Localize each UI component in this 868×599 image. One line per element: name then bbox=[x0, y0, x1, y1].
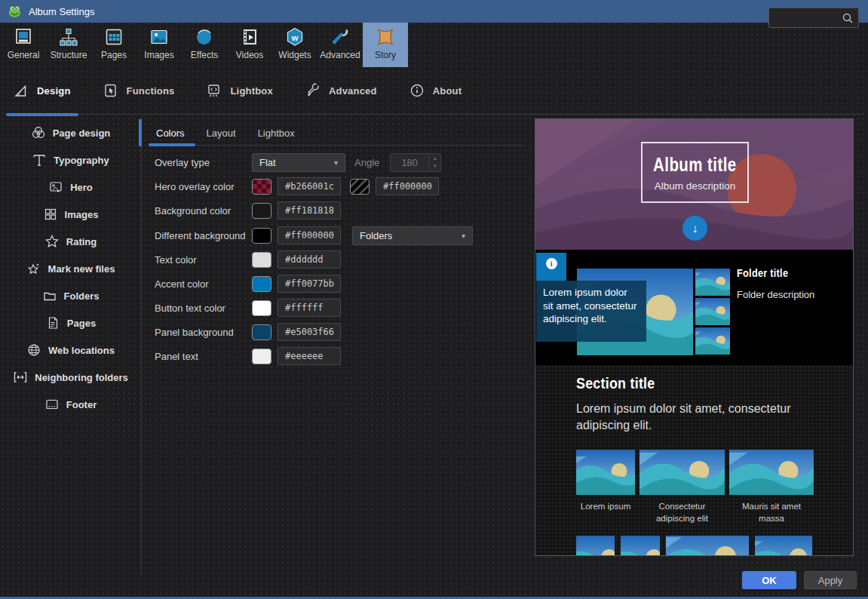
thumbnail-image[interactable] bbox=[621, 536, 660, 556]
images-icon bbox=[149, 26, 170, 48]
thumbnail-caption: Consectetur adipiscing elit bbox=[639, 501, 725, 524]
widgets-icon: w bbox=[284, 26, 305, 48]
hero-icon bbox=[48, 180, 63, 195]
tab-advanced[interactable]: Advanced bbox=[305, 83, 377, 98]
hero-overlay-color2-field[interactable] bbox=[376, 177, 439, 195]
background-color-field[interactable] bbox=[278, 201, 341, 220]
tab-design[interactable]: Design bbox=[14, 83, 71, 98]
main-toolbar: General Structure Pages bbox=[0, 23, 868, 67]
thumbnail-image bbox=[639, 450, 725, 495]
row-accent-color: Accent color bbox=[155, 274, 350, 293]
hero-overlay-color-swatch[interactable] bbox=[252, 179, 271, 195]
sidebar-item-rating[interactable]: Rating bbox=[0, 228, 141, 255]
toolbar-item-advanced[interactable]: Advanced bbox=[317, 23, 363, 67]
preview-section: Section title Lorem ipsum dolor sit amet… bbox=[535, 365, 853, 556]
toolbar-item-general[interactable]: General bbox=[1, 23, 46, 67]
accent-color-field[interactable] bbox=[278, 275, 341, 293]
toolbar-item-story[interactable]: Story bbox=[363, 23, 408, 67]
panel-text-field[interactable] bbox=[278, 347, 341, 365]
general-icon bbox=[13, 26, 34, 48]
page-design-icon bbox=[31, 125, 46, 140]
panel-background-field[interactable] bbox=[278, 323, 341, 341]
active-tab-indicator bbox=[6, 113, 78, 116]
videos-icon bbox=[239, 26, 260, 48]
ok-button[interactable]: OK bbox=[742, 571, 796, 589]
folder-small-thumbnail bbox=[695, 298, 730, 325]
row-overlay-type: Overlay type Flat ▾ Angle 180 ▲ ▼ bbox=[155, 152, 441, 172]
row-hero-overlay-color: Hero overlay color bbox=[155, 177, 448, 196]
accent-color-swatch[interactable] bbox=[252, 276, 271, 292]
formtab-colors[interactable]: Colors bbox=[156, 125, 185, 145]
sidebar-item-images[interactable]: Images bbox=[0, 201, 141, 228]
apply-button[interactable]: Apply bbox=[804, 571, 857, 589]
spin-up-icon: ▲ bbox=[433, 155, 437, 162]
scroll-down-button[interactable]: ↓ bbox=[682, 216, 707, 241]
sidebar-item-web-locations[interactable]: Web locations bbox=[0, 336, 141, 364]
thumbnail-image[interactable] bbox=[576, 536, 615, 556]
sidebar-item-folders[interactable]: Folders bbox=[0, 282, 141, 309]
overlay-type-dropdown[interactable]: Flat ▾ bbox=[252, 153, 345, 172]
footer-icon bbox=[44, 397, 60, 412]
toolbar-item-videos[interactable]: Videos bbox=[227, 23, 272, 67]
toolbar-item-images[interactable]: Images bbox=[136, 23, 182, 67]
angle-stepper[interactable]: 180 ▲ ▼ bbox=[390, 153, 441, 172]
folder-small-thumbnail bbox=[695, 269, 730, 296]
row-panel-text: Panel text bbox=[155, 346, 350, 366]
thumbnail-image[interactable] bbox=[666, 536, 749, 556]
text-color-swatch[interactable] bbox=[252, 252, 271, 268]
tab-functions[interactable]: Functions bbox=[103, 83, 175, 98]
button-text-color-swatch[interactable] bbox=[252, 300, 271, 316]
search-icon bbox=[842, 12, 854, 24]
folder-info-badge[interactable]: i bbox=[536, 253, 566, 281]
tab-underline bbox=[6, 114, 861, 115]
titlebar: Album Settings ✕ bbox=[0, 0, 868, 23]
rating-star-icon bbox=[44, 234, 60, 249]
button-text-color-field[interactable] bbox=[278, 299, 341, 317]
sidebar-item-footer[interactable]: Footer bbox=[0, 391, 141, 418]
panel-text-swatch[interactable] bbox=[252, 349, 271, 364]
thumbnail-item[interactable]: Consectetur adipiscing elit bbox=[639, 450, 725, 524]
story-icon bbox=[375, 26, 396, 48]
chevron-down-icon: ▾ bbox=[334, 158, 338, 167]
functions-icon bbox=[103, 83, 118, 98]
toolbar-item-widgets[interactable]: w Widgets bbox=[272, 23, 317, 67]
thumbnail-image[interactable] bbox=[755, 536, 812, 556]
color-settings-tabs: Colors Layout Lightbox bbox=[149, 125, 524, 146]
text-color-field[interactable] bbox=[278, 250, 341, 269]
toolbar-item-structure[interactable]: Structure bbox=[46, 23, 91, 67]
spinner-arrows[interactable]: ▲ ▼ bbox=[428, 155, 440, 170]
sidebar-item-neighboring-folders[interactable]: Neighboring folders bbox=[0, 364, 141, 391]
typography-icon bbox=[32, 152, 47, 167]
hero-overlay-color-field[interactable] bbox=[278, 177, 341, 195]
sidebar-item-typography[interactable]: Typography bbox=[0, 146, 141, 174]
thumbnail-image bbox=[576, 450, 635, 495]
active-formtab-indicator bbox=[149, 143, 195, 146]
formtab-layout[interactable]: Layout bbox=[207, 125, 236, 145]
tab-lightbox[interactable]: Lightbox bbox=[207, 83, 272, 98]
album-title: Album title bbox=[653, 154, 736, 176]
different-background-field[interactable] bbox=[278, 226, 341, 244]
sidebar-item-page-design[interactable]: Page design bbox=[0, 119, 141, 146]
section-text: Lorem ipsum dolor sit amet, consectetur … bbox=[576, 401, 817, 433]
thumbnail-item[interactable]: Mauris sit amet massa bbox=[729, 450, 814, 524]
toolbar-item-pages[interactable]: Pages bbox=[91, 23, 136, 67]
toolbar-item-effects[interactable]: Effects bbox=[182, 23, 227, 67]
formtab-lightbox[interactable]: Lightbox bbox=[258, 125, 295, 145]
thumbnail-caption: Lorem ipsum bbox=[576, 501, 635, 513]
section-thumbnails-row2 bbox=[576, 536, 853, 556]
sidebar-item-hero[interactable]: Hero bbox=[0, 174, 141, 201]
row-background-color: Background color bbox=[155, 201, 350, 220]
section-thumbnails: Lorem ipsum Consectetur adipiscing elit … bbox=[576, 450, 853, 524]
search-input[interactable] bbox=[768, 8, 859, 28]
thumbnail-item[interactable]: Lorem ipsum bbox=[576, 450, 635, 524]
tab-about[interactable]: About bbox=[409, 83, 462, 98]
different-background-swatch[interactable] bbox=[252, 228, 271, 244]
svg-text:w: w bbox=[291, 33, 299, 42]
sidebar-item-mark-new-files[interactable]: Mark new files bbox=[0, 255, 141, 282]
panel-background-swatch[interactable] bbox=[252, 324, 271, 340]
different-background-dropdown[interactable]: Folders ▾ bbox=[352, 226, 473, 245]
hero-overlay-color2-swatch[interactable] bbox=[350, 179, 370, 195]
folder-title: Folder title bbox=[737, 266, 803, 279]
background-color-swatch[interactable] bbox=[252, 203, 271, 219]
sidebar-item-pages[interactable]: Pages bbox=[0, 309, 141, 336]
